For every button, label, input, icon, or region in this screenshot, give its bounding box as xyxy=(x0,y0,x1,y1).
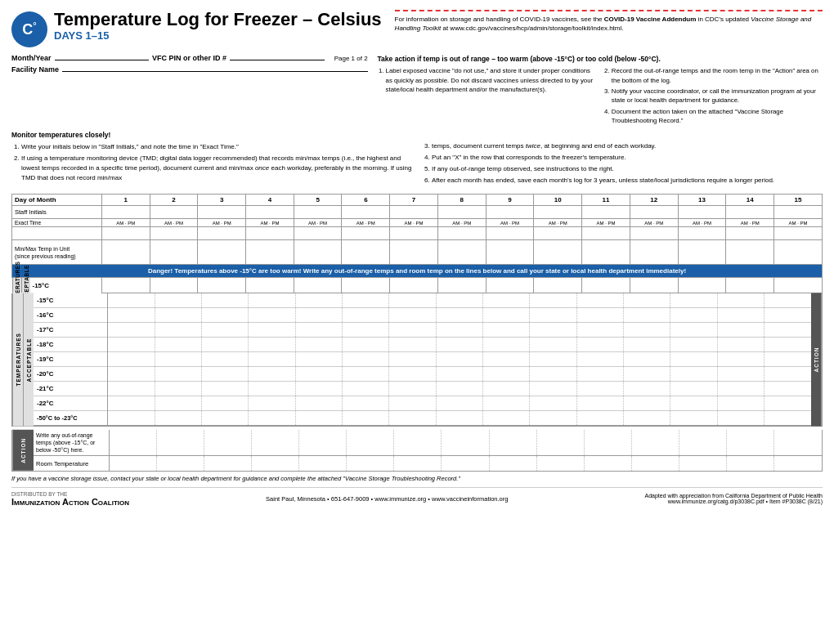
neg16-d15 xyxy=(764,308,811,323)
temp-row-neg20: -20°C xyxy=(34,367,811,382)
neg18-d6 xyxy=(343,338,389,352)
minmax-10 xyxy=(534,240,582,265)
neg21-d15 xyxy=(764,382,811,396)
distributed-by: DISTRIBUTED BY THE Immunization Action C… xyxy=(11,491,129,507)
neg22-d15 xyxy=(764,396,811,411)
neg20-d14 xyxy=(717,367,764,382)
temp-row-neg22: -22°C xyxy=(34,396,811,411)
t15-10 xyxy=(534,278,582,293)
staff-13 xyxy=(678,206,726,219)
fields-row: Month/Year VFC PIN or other ID # Page 1 … xyxy=(11,54,823,127)
action-item-2: Record the out-of-range temps and the ro… xyxy=(612,66,823,85)
neg17-d2 xyxy=(155,323,201,338)
action-item-3: Notify your vaccine coordinator, or call… xyxy=(612,87,823,105)
day-of-month-label: Day of Month xyxy=(12,195,102,206)
dist-by-label: DISTRIBUTED BY THE xyxy=(11,491,129,497)
neg17-d4 xyxy=(249,323,295,338)
neg22-d6 xyxy=(343,396,389,411)
action-col-2: Record the out-of-range temps and the ro… xyxy=(603,66,823,127)
minmax-11 xyxy=(582,240,630,265)
neg18-d10 xyxy=(530,338,576,352)
neg18-d8 xyxy=(436,338,482,352)
month-year-underline xyxy=(55,60,150,60)
staff-10 xyxy=(534,206,582,219)
ampm-13: AM · PM xyxy=(678,219,726,227)
neg21-d8 xyxy=(436,382,482,396)
neg50-d7 xyxy=(389,411,436,426)
neg16-d4 xyxy=(249,308,295,323)
day-14: 14 xyxy=(726,195,774,206)
vfc-label: VFC PIN or other ID # xyxy=(152,54,226,62)
t15-11 xyxy=(582,278,630,293)
neg21-d3 xyxy=(202,382,249,396)
etime-12 xyxy=(630,227,678,240)
action-grid: Write any out-of-range temps (above -15°… xyxy=(34,430,822,471)
etime-1 xyxy=(101,227,150,240)
t15-3 xyxy=(198,278,246,293)
neg22-d3 xyxy=(202,396,249,411)
neg17-d7 xyxy=(389,323,436,338)
etime-14 xyxy=(726,227,774,240)
neg18-d14 xyxy=(717,338,764,352)
oor-d6 xyxy=(347,430,394,456)
neg21-d6 xyxy=(343,382,389,396)
rt-d6 xyxy=(347,456,394,471)
exact-time-label: Exact Time xyxy=(12,219,102,227)
min-max-label: Min/Max Temp in Unit(since previous read… xyxy=(12,240,102,265)
instructions-row: Monitor temperatures closely! Write your… xyxy=(11,130,823,187)
neg18-d13 xyxy=(670,338,717,352)
t15-2 xyxy=(150,278,198,293)
neg20-d11 xyxy=(576,367,623,382)
etime-2 xyxy=(150,227,198,240)
neg18-d7 xyxy=(389,338,436,352)
rt-d4 xyxy=(252,456,299,471)
neg18-d4 xyxy=(249,338,295,352)
day-4: 4 xyxy=(246,195,294,206)
t15-5 xyxy=(294,278,342,293)
neg22-d4 xyxy=(249,396,295,411)
instr-item-4: Put an "X" in the row that corresponds t… xyxy=(432,153,823,163)
neg17-d12 xyxy=(624,323,670,338)
neg16-d8 xyxy=(436,308,482,323)
ampm-9: AM · PM xyxy=(486,219,534,227)
minmax-13 xyxy=(678,240,726,265)
neg16-d14 xyxy=(717,308,764,323)
neg50-d14 xyxy=(717,411,764,426)
etime-4 xyxy=(246,227,294,240)
oor-d3 xyxy=(204,430,251,456)
neg19-d9 xyxy=(483,352,530,367)
footer-iac: DISTRIBUTED BY THE Immunization Action C… xyxy=(11,491,129,507)
day-3: 3 xyxy=(198,195,246,206)
day-2: 2 xyxy=(150,195,198,206)
day-11: 11 xyxy=(582,195,630,206)
staff-2 xyxy=(150,206,198,219)
temp-row-neg16: -16°C xyxy=(34,308,811,323)
neg17-d15 xyxy=(764,323,811,338)
staff-11 xyxy=(582,206,630,219)
t15-6 xyxy=(342,278,390,293)
rt-d9 xyxy=(489,456,536,471)
neg21-d2 xyxy=(155,382,201,396)
instructions-left: Monitor temperatures closely! Write your… xyxy=(11,130,412,187)
neg17-d10 xyxy=(530,323,576,338)
staff-1 xyxy=(101,206,150,219)
temp-row-neg18: -18°C xyxy=(34,338,811,352)
temp-neg15-label: -15°C xyxy=(30,278,101,293)
neg17-d11 xyxy=(576,323,623,338)
action-col-1: Label exposed vaccine "do not use," and … xyxy=(378,66,597,127)
neg16-d9 xyxy=(483,308,530,323)
temp-row-neg19: -19°C xyxy=(34,352,811,367)
neg22-d5 xyxy=(295,396,342,411)
neg20-d4 xyxy=(249,367,295,382)
minmax-4 xyxy=(246,240,294,265)
instr-item-5: If any out-of-range temp observed, see i… xyxy=(432,164,823,174)
neg20-d13 xyxy=(670,367,717,382)
action-table: Write any out-of-range temps (above -15°… xyxy=(34,430,822,471)
neg22-d1 xyxy=(108,396,155,411)
neg21-d1 xyxy=(108,382,155,396)
oor-d11 xyxy=(584,430,631,456)
rt-d12 xyxy=(631,456,679,471)
neg21-d7 xyxy=(389,382,436,396)
t15-7 xyxy=(390,278,438,293)
facility-underline xyxy=(62,71,368,72)
